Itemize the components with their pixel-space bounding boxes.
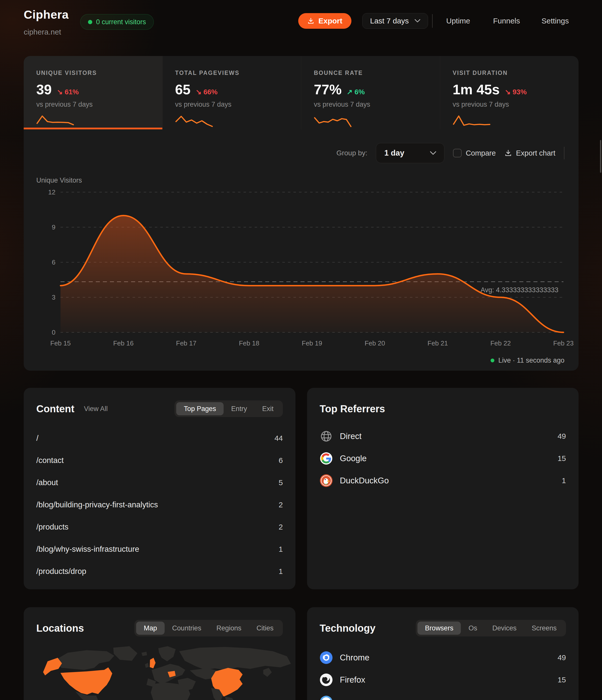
- stat-value: 77%: [314, 81, 342, 98]
- brand-logo: Ciphera: [24, 7, 69, 21]
- unique-visitors-chart: 036912Feb 15Feb 16Feb 17Feb 18Feb 19Feb …: [24, 181, 579, 357]
- technology-row-partial[interactable]: [320, 691, 566, 700]
- content-row[interactable]: /products/drop1: [36, 560, 283, 582]
- locations-title: Locations: [36, 623, 84, 634]
- svg-text:6: 6: [52, 258, 55, 266]
- controls-divider: [564, 147, 565, 159]
- locations-panel: Locations Map Countries Regions Cities: [24, 607, 296, 700]
- svg-text:Feb 23: Feb 23: [553, 340, 574, 347]
- date-range-dropdown[interactable]: Last 7 days: [362, 13, 428, 29]
- referrer-row[interactable]: DuckDuckGo 1: [320, 470, 566, 492]
- group-by-value: 1 day: [384, 149, 404, 157]
- tab-regions[interactable]: Regions: [209, 622, 249, 635]
- svg-text:Feb 15: Feb 15: [50, 340, 71, 347]
- stat-label: TOTAL PAGEVIEWS: [175, 70, 301, 76]
- content-row[interactable]: /blog/why-swiss-infrastructure1: [36, 538, 283, 560]
- referrer-row[interactable]: Direct 49: [320, 425, 566, 447]
- stat-delta: ↘ 61%: [57, 88, 79, 96]
- export-chart-button[interactable]: Export chart: [504, 149, 555, 157]
- export-chart-label: Export chart: [516, 149, 555, 157]
- svg-text:9: 9: [52, 223, 55, 231]
- stat-delta: ↗ 6%: [347, 88, 365, 96]
- sparkline-chart: [453, 113, 491, 129]
- chevron-down-icon: [415, 19, 420, 23]
- tab-top-pages[interactable]: Top Pages: [176, 402, 224, 415]
- stat-card-unique-visitors[interactable]: UNIQUE VISITORS 39 ↘ 61% vs previous 7 d…: [24, 56, 162, 129]
- content-row[interactable]: /products2: [36, 516, 283, 538]
- world-map: [24, 646, 296, 700]
- map-country-usa: [60, 667, 112, 695]
- live-status-label: Live · 11 seconds ago: [498, 356, 565, 365]
- stat-value: 1m 45s: [453, 81, 500, 98]
- current-visitors-label: 0 current visitors: [96, 18, 146, 26]
- map-region-canada: [54, 650, 115, 670]
- referrers-title: Top Referrers: [320, 403, 385, 415]
- compare-checkbox[interactable]: [453, 149, 461, 157]
- tab-devices[interactable]: Devices: [485, 622, 524, 635]
- locations-tabs: Map Countries Regions Cities: [134, 620, 283, 636]
- live-status: Live · 11 seconds ago: [491, 356, 565, 365]
- svg-text:0: 0: [52, 329, 55, 336]
- stat-comparison-label: vs previous 7 days: [36, 101, 162, 108]
- technology-panel: Technology Browsers Os Devices Screens C…: [307, 607, 579, 700]
- stat-delta: ↘ 93%: [505, 88, 527, 96]
- tab-cities[interactable]: Cities: [249, 622, 281, 635]
- export-button[interactable]: Export: [298, 13, 351, 29]
- overview-panel: UNIQUE VISITORS 39 ↘ 61% vs previous 7 d…: [24, 56, 579, 371]
- tab-entry[interactable]: Entry: [224, 402, 255, 415]
- view-all-link[interactable]: View All: [84, 405, 108, 413]
- tab-map[interactable]: Map: [136, 622, 165, 635]
- stat-label: VISIT DURATION: [453, 70, 579, 76]
- header-divider: [432, 14, 433, 28]
- chart-controls: Group by: 1 day Compare Export chart: [336, 143, 565, 163]
- duckduckgo-icon: [320, 474, 333, 487]
- nav-uptime[interactable]: Uptime: [446, 17, 470, 25]
- referrer-row[interactable]: Google 15: [320, 447, 566, 470]
- map-region-japan: [263, 668, 272, 677]
- tab-browsers[interactable]: Browsers: [418, 622, 461, 635]
- chevron-down-icon: [430, 151, 436, 155]
- stat-label: BOUNCE RATE: [314, 70, 440, 76]
- svg-text:Feb 19: Feb 19: [302, 340, 322, 347]
- stat-card-bounce-rate[interactable]: BOUNCE RATE 77% ↗ 6% vs previous 7 days: [301, 56, 440, 129]
- svg-text:Feb 22: Feb 22: [490, 340, 511, 347]
- stat-value: 39: [36, 81, 52, 98]
- download-icon: [504, 149, 512, 157]
- content-panel: Content View All Top Pages Entry Exit /4…: [24, 388, 296, 589]
- group-by-dropdown[interactable]: 1 day: [376, 143, 445, 163]
- map-region-iceland: [142, 652, 147, 656]
- stat-comparison-label: vs previous 7 days: [175, 101, 301, 108]
- stat-card-total-pageviews[interactable]: TOTAL PAGEVIEWS 65 ↘ 66% vs previous 7 d…: [162, 56, 301, 129]
- sparkline-chart: [314, 113, 352, 129]
- tab-screens[interactable]: Screens: [524, 622, 564, 635]
- green-dot-icon: [88, 20, 92, 24]
- content-row[interactable]: /blog/building-privacy-first-analytics2: [36, 494, 283, 516]
- technology-row[interactable]: Firefox 15: [320, 669, 566, 691]
- svg-text:Feb 17: Feb 17: [176, 340, 196, 347]
- content-row[interactable]: /about5: [36, 472, 283, 494]
- technology-row[interactable]: Chrome 49: [320, 647, 566, 669]
- google-icon: [320, 452, 333, 465]
- compare-toggle[interactable]: Compare: [453, 149, 496, 157]
- tab-countries[interactable]: Countries: [165, 622, 209, 635]
- stat-comparison-label: vs previous 7 days: [453, 101, 579, 108]
- scrollbar[interactable]: [600, 140, 601, 173]
- tab-exit[interactable]: Exit: [255, 402, 281, 415]
- svg-text:Feb 20: Feb 20: [365, 340, 385, 347]
- stats-row: UNIQUE VISITORS 39 ↘ 61% vs previous 7 d…: [24, 56, 579, 129]
- stat-card-visit-duration[interactable]: VISIT DURATION 1m 45s ↘ 93% vs previous …: [440, 56, 579, 129]
- svg-text:Feb 21: Feb 21: [428, 340, 448, 347]
- content-tabs: Top Pages Entry Exit: [174, 400, 283, 417]
- technology-title: Technology: [320, 623, 375, 634]
- content-row[interactable]: /contact6: [36, 449, 283, 472]
- technology-tabs: Browsers Os Devices Screens: [416, 620, 566, 636]
- map-region-scandinavia: [158, 646, 176, 661]
- map-region-greenland: [113, 646, 137, 661]
- tab-os[interactable]: Os: [461, 622, 485, 635]
- stat-label: UNIQUE VISITORS: [36, 70, 162, 76]
- nav-funnels[interactable]: Funnels: [493, 17, 520, 25]
- nav-settings[interactable]: Settings: [542, 17, 569, 25]
- content-row[interactable]: /44: [36, 427, 283, 449]
- dashboard: Ciphera ciphera.net 0 current visitors E…: [0, 0, 602, 700]
- download-icon: [307, 18, 315, 24]
